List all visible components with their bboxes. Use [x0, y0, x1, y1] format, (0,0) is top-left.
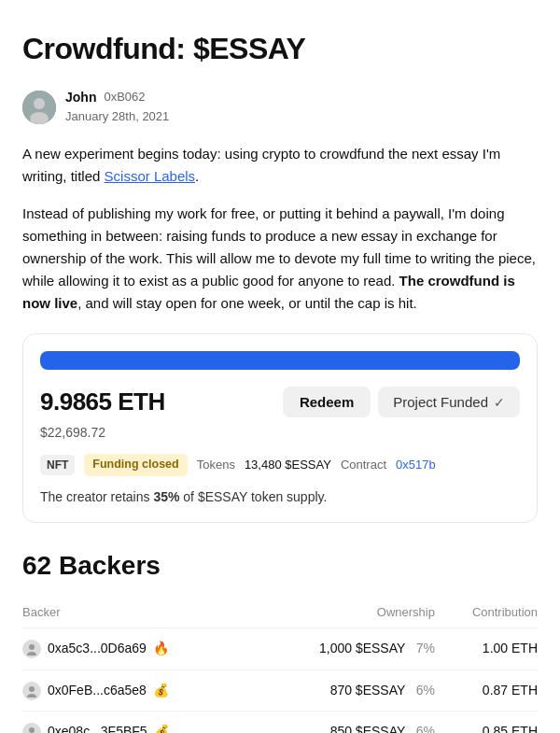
contribution: 1.00 ETH: [435, 628, 538, 670]
eth-amount: 9.9865 ETH: [40, 383, 165, 420]
backer-emoji: 💰: [153, 681, 169, 701]
backer-icon: [22, 640, 41, 658]
redeem-button[interactable]: Redeem: [283, 387, 371, 417]
tags-row: NFT Funding closed Tokens 13,480 $ESSAY …: [40, 454, 520, 475]
backer-address: 0xe08c...3F5BF5: [48, 722, 147, 733]
author-address: 0xB062: [104, 88, 145, 106]
eth-buttons: Redeem Project Funded ✓: [283, 387, 520, 417]
svg-point-6: [27, 694, 36, 698]
eth-row: 9.9865 ETH Redeem Project Funded ✓: [40, 383, 520, 420]
usd-amount: $22,698.72: [40, 423, 520, 444]
creator-note-pct: 35%: [153, 489, 179, 504]
backers-title: 62 Backers: [22, 545, 538, 585]
creator-note-start: The creator retains: [40, 489, 153, 504]
creator-note: The creator retains 35% of $ESSAY token …: [40, 487, 520, 508]
intro-text-before: A new experiment begins today: using cry…: [22, 146, 500, 184]
backer-cell: 0x0FeB...c6a5e8 💰: [22, 670, 253, 712]
table-row: 0x0FeB...c6a5e8 💰 870 $ESSAY 6% 0.87 ETH: [22, 670, 538, 712]
col-backer: Backer: [22, 598, 253, 628]
backer-icon: [22, 682, 41, 700]
author-row: John 0xB062 January 28th, 2021: [22, 88, 538, 127]
author-name: John: [65, 88, 96, 108]
avatar: [22, 91, 56, 124]
check-icon: ✓: [494, 395, 505, 410]
backer-cell: 0xa5c3...0D6a69 🔥: [22, 628, 253, 670]
author-info: John 0xB062 January 28th, 2021: [65, 88, 169, 127]
contribution: 0.87 ETH: [435, 670, 538, 712]
body-paragraph: Instead of publishing my work for free, …: [22, 203, 538, 315]
body-text-end: , and will stay open for one week, or un…: [77, 295, 417, 311]
ownership-tokens: 1,000 $ESSAY 7%: [253, 628, 435, 670]
backers-table: Backer Ownership Contribution 0xa5c3...0…: [22, 598, 538, 733]
backer-address: 0xa5c3...0D6a69: [48, 639, 147, 659]
col-ownership: Ownership: [253, 598, 435, 628]
funding-closed-tag: Funding closed: [84, 454, 187, 475]
project-funded-label: Project Funded: [393, 394, 488, 410]
page-title: Crowdfund: $ESSAY: [22, 26, 538, 73]
author-date: January 28th, 2021: [65, 107, 169, 126]
tokens-label: Tokens: [197, 456, 235, 474]
table-row: 0xa5c3...0D6a69 🔥 1,000 $ESSAY 7% 1.00 E…: [22, 628, 538, 670]
contribution: 0.85 ETH: [435, 712, 538, 733]
svg-point-1: [34, 98, 45, 109]
backer-emoji: 💰: [154, 722, 170, 733]
table-row: 0xe08c...3F5BF5 💰 850 $ESSAY 6% 0.85 ETH: [22, 712, 538, 733]
backer-address: 0x0FeB...c6a5e8: [48, 681, 147, 701]
svg-point-5: [29, 686, 35, 692]
svg-point-3: [29, 644, 35, 650]
svg-point-7: [29, 727, 35, 733]
ownership-tokens: 870 $ESSAY 6%: [253, 670, 435, 712]
intro-text-after: .: [195, 168, 199, 184]
progress-bar: [40, 351, 520, 370]
nft-tag: NFT: [40, 455, 75, 476]
crowdfund-card: 9.9865 ETH Redeem Project Funded ✓ $22,6…: [22, 333, 538, 523]
intro-paragraph: A new experiment begins today: using cry…: [22, 143, 538, 188]
ownership-tokens: 850 $ESSAY 6%: [253, 712, 435, 733]
contract-value[interactable]: 0x517b: [396, 456, 436, 474]
project-funded-button[interactable]: Project Funded ✓: [378, 387, 520, 417]
scissor-labels-link[interactable]: Scissor Labels: [105, 168, 196, 184]
creator-note-end: of $ESSAY token supply.: [179, 489, 327, 504]
contract-label: Contract: [341, 456, 386, 474]
backer-cell: 0xe08c...3F5BF5 💰: [22, 712, 253, 733]
backer-icon: [22, 723, 41, 733]
tokens-value: 13,480 $ESSAY: [245, 456, 331, 474]
col-contribution: Contribution: [435, 598, 538, 628]
backer-emoji: 🔥: [153, 639, 169, 659]
svg-point-4: [27, 652, 36, 655]
